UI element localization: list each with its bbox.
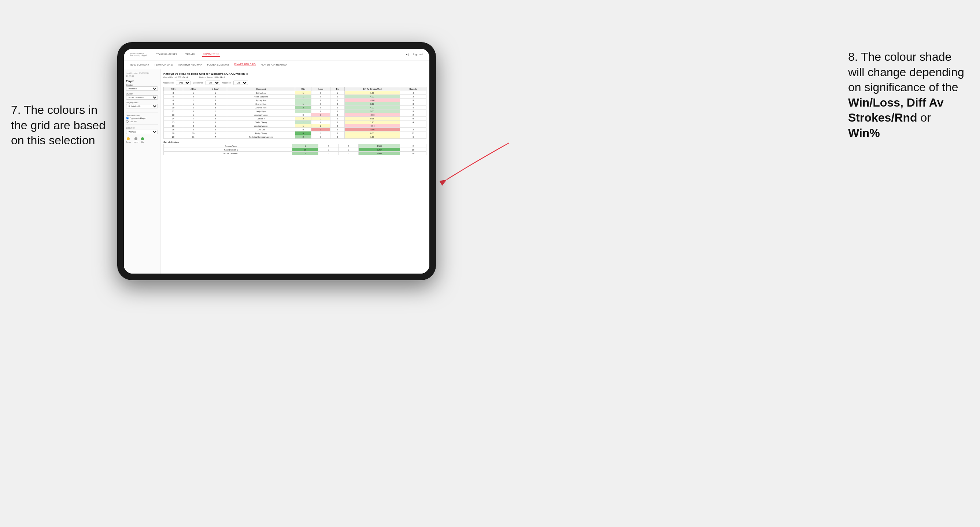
sidebar-colour-by-select[interactable]: Win/loss — [126, 130, 158, 134]
tablet-frame: SCOREBOARD Powered by clippd TOURNAMENTS… — [117, 42, 436, 280]
cell-diff: 4.00 — [344, 106, 400, 110]
table-row: 20 11 7 Federica Domecq Lacroze 2 1 0 1.… — [164, 135, 426, 139]
cell-conf: 7 — [204, 135, 227, 139]
cell-win: 0 — [295, 128, 311, 132]
cell-opponent: Eunice Yi — [227, 117, 295, 121]
cell-tie: 0 — [330, 95, 344, 98]
nav-teams[interactable]: TEAMS — [185, 53, 196, 56]
cell-reg: 2 — [183, 128, 204, 132]
cell-win: 1 — [295, 95, 311, 98]
sidebar-player-rank-label: Player (Rank) — [126, 102, 158, 104]
cell-win: 1 — [295, 91, 311, 95]
sub-nav-player-h2h-grid[interactable]: PLAYER H2H GRID — [234, 63, 256, 66]
cell-out-tie: 0 — [339, 144, 359, 148]
cell-tie: 0 — [330, 110, 344, 113]
cell-tie: 0 — [330, 132, 344, 135]
cell-tie: 0 — [330, 117, 344, 121]
sidebar-player-rank-select[interactable]: 8. Katelyn Vo — [126, 104, 158, 108]
sidebar-gender-label: Gender — [126, 84, 158, 86]
legend-down-dot — [127, 137, 130, 140]
table-row: 5 2 2 Alexis Sudijanto 1 0 0 4.00 3 — [164, 95, 426, 98]
nav-right: ▸ | Sign out — [406, 53, 423, 56]
cell-diff: 3.33 — [344, 110, 400, 113]
cell-out-win: 15 — [292, 148, 318, 152]
cell-loss: 0 — [312, 102, 331, 106]
cell-out-opponent: NCAA Division 2 — [164, 152, 292, 155]
cell-diff: 0.38 — [344, 117, 400, 121]
legend-up-dot — [141, 137, 144, 140]
sidebar-top100[interactable]: Top 100 — [126, 120, 158, 123]
table-row: 6 1 3 Sydney Kuo 1 0 0 -1.00 3 — [164, 98, 426, 102]
cell-tie: 0 — [330, 106, 344, 110]
cell-diff: 1.50 — [344, 91, 400, 95]
cell-tie: 0 — [330, 98, 344, 102]
cell-rounds — [400, 124, 426, 128]
cell-tie: 0 — [330, 102, 344, 106]
sidebar-opponent-radio-group: Opponents Played Top 100 — [126, 117, 158, 123]
cell-rounds: 3 — [400, 110, 426, 113]
table-row: 18 2 2 Euna Lee 0 1 0 -5.00 2 — [164, 128, 426, 132]
cell-out-rounds: 2 — [400, 144, 426, 148]
cell-loss: 0 — [312, 106, 331, 110]
cell-loss: 0 — [312, 110, 331, 113]
cell-loss: 1 — [312, 113, 331, 117]
cell-rounds: 3 — [400, 98, 426, 102]
nav-sign-out[interactable]: Sign out — [412, 53, 423, 56]
cell-diff: -0.94 — [344, 124, 400, 128]
cell-conf: 3 — [204, 98, 227, 102]
cell-rounds: 4 — [400, 121, 426, 124]
cell-opponent: Jessica Huang — [227, 113, 295, 117]
opponents-filter-label: Opponents: — [163, 82, 173, 84]
cell-out-opponent: Foreign Team — [164, 144, 292, 148]
cell-loss: 2 — [312, 124, 331, 128]
main-content: Last Updated: 27/03/202416:55:38 Player … — [124, 69, 430, 273]
cell-reg: 7 — [183, 117, 204, 121]
cell-div: 14 — [164, 117, 183, 121]
cell-opponent: Stella Cheng — [227, 121, 295, 124]
table-row: 16 3 1 Jessica Mason 1 2 0 -0.94 — [164, 124, 426, 128]
sidebar-division-select[interactable]: NCAA Division III — [126, 95, 158, 100]
sub-nav-team-h2h-heatmap[interactable]: TEAM H2H HEATMAP — [178, 63, 202, 66]
cell-reg: 1 — [183, 102, 204, 106]
nav-tournaments[interactable]: TOURNAMENTS — [155, 53, 178, 56]
cell-win: 2 — [295, 117, 311, 121]
nav-committee[interactable]: COMMITTEE — [202, 52, 220, 57]
opponents-filter-select[interactable]: (All) — [176, 81, 191, 85]
cell-reg: 1 — [183, 91, 204, 95]
col-win: Win — [295, 87, 311, 91]
cell-diff: 3.67 — [344, 102, 400, 106]
cell-reg: 8 — [183, 121, 204, 124]
table-row: 11 5 1 Heejo Hyun 1 0 0 3.33 3 — [164, 110, 426, 113]
cell-out-tie: 0 — [339, 152, 359, 155]
cell-conf: 2 — [204, 128, 227, 132]
opponent-filter-select[interactable]: (All) — [233, 81, 248, 85]
cell-loss: 1 — [312, 135, 331, 139]
cell-opponent: Esther Lee — [227, 91, 295, 95]
sub-nav-team-summary[interactable]: TEAM SUMMARY — [130, 63, 149, 66]
cell-tie: 0 — [330, 124, 344, 128]
col-diff: Diff Av Strokes/Rnd — [344, 87, 400, 91]
sidebar: Last Updated: 27/03/202416:55:38 Player … — [124, 69, 161, 273]
cell-opponent: Jessica Mason — [227, 124, 295, 128]
out-division-table: Foreign Team 1 0 0 4.500 2 NAIA Division… — [163, 144, 426, 155]
conference-filter-select[interactable]: (All) — [205, 81, 220, 85]
sidebar-opponents-played[interactable]: Opponents Played — [126, 117, 158, 119]
legend-level-dot — [134, 137, 137, 140]
table-row: 9 1 4 Sharon Mun 1 0 0 3.67 3 — [164, 102, 426, 106]
cell-rounds: 2 — [400, 113, 426, 117]
sidebar-timestamp: Last Updated: 27/03/202416:55:38 — [126, 72, 158, 78]
sub-nav-player-summary[interactable]: PLAYER SUMMARY — [207, 63, 229, 66]
sidebar-gender-select[interactable]: Women's — [126, 86, 158, 91]
main-data-table: # Div # Reg # Conf Opponent Win Loss Tie… — [163, 87, 426, 139]
col-tie: Tie — [330, 87, 344, 91]
cell-loss: 0 — [312, 121, 331, 124]
cell-out-rounds: 30 — [400, 148, 426, 152]
cell-div: 5 — [164, 95, 183, 98]
sub-nav-player-h2h-heatmap[interactable]: PLAYER H2H HEATMAP — [261, 63, 288, 66]
col-reg: # Reg — [183, 87, 204, 91]
cell-div: 18 — [164, 128, 183, 132]
cell-rounds: 11 — [400, 132, 426, 135]
cell-loss: 0 — [312, 98, 331, 102]
sub-nav-team-h2h-grid[interactable]: TEAM H2H GRID — [154, 63, 173, 66]
cell-out-diff: 4.500 — [359, 144, 400, 148]
